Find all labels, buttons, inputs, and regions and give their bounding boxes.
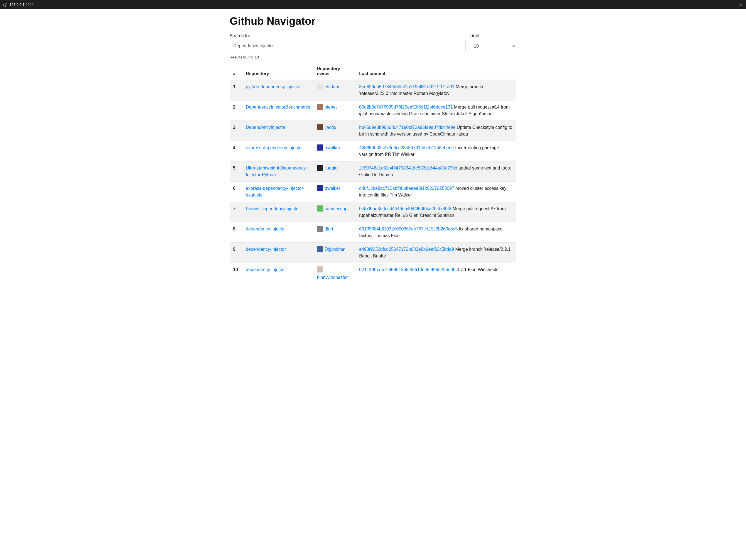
owner-link[interactable]: Digipolitan xyxy=(324,246,345,253)
owner-link[interactable]: FinnWinchester xyxy=(317,274,348,281)
owner-link[interactable]: trwalker xyxy=(324,185,340,192)
table-row: 6express-dependency-injector-exampletrwa… xyxy=(230,182,516,202)
row-commit-cell: 3ee629eb5d7349d55f41b119aff81dd219071a01… xyxy=(356,80,516,100)
row-commit-cell: 468856003c273dffce23b86791fbbe512a8ebede… xyxy=(356,141,516,161)
row-owner-cell: FinnWinchester xyxy=(313,263,356,285)
row-repository-cell: DependencyInjectorBenchmarks xyxy=(242,100,313,121)
bookmark-star-icon[interactable]: ☆ xyxy=(739,2,743,7)
row-commit-cell: 69105384b61032d000365ee737cd2523b260c8e5… xyxy=(356,223,516,243)
row-index: 2 xyxy=(230,100,242,121)
results-found-label: Results found: 10 xyxy=(230,55,516,59)
table-header-row: # Repository Repository owner Last commi… xyxy=(230,63,516,80)
row-commit-cell: 02111997e57c85801368f43a10d45f409e266e0b… xyxy=(356,263,516,285)
owner-link[interactable]: ljacqu xyxy=(324,124,336,131)
table-row: 3DependencyInjectorljacqubb45d9e3b986080… xyxy=(230,121,516,141)
search-label: Search for: xyxy=(230,33,466,38)
owner-link[interactable]: ets-labs xyxy=(324,84,340,90)
repository-link[interactable]: express-dependency-injector-example xyxy=(246,186,305,197)
row-index: 4 xyxy=(230,141,242,161)
owner-link[interactable]: sourcescript xyxy=(324,205,348,212)
col-header-commit: Last commit xyxy=(356,63,516,80)
row-commit-cell: 00d2b3c7e76935d76f25ee50f6d1f2ef6ddce131… xyxy=(356,100,516,121)
avatar xyxy=(317,266,323,272)
row-index: 10 xyxy=(230,263,242,285)
repository-link[interactable]: python-dependency-injector xyxy=(246,84,300,89)
avatar xyxy=(317,124,323,130)
owner-link[interactable]: liuggio xyxy=(324,165,337,172)
row-index: 3 xyxy=(230,121,242,141)
row-repository-cell: express-dependency-injector xyxy=(242,141,313,161)
repository-link[interactable]: LaravelDependencyInjector xyxy=(246,206,300,211)
row-index: 9 xyxy=(230,243,242,263)
commit-sha-link[interactable]: 69105384b61032d000365ee737cd2523b260c8e5 xyxy=(359,227,458,231)
row-owner-cell: tflori xyxy=(313,223,356,243)
search-column: Search for: xyxy=(230,33,466,51)
commit-sha-link[interactable]: 00d2b3c7e76935d76f25ee50f6d1f2ef6ddce131 xyxy=(359,105,453,109)
avatar xyxy=(317,144,323,151)
repository-link[interactable]: Ultra-Lightweight-Dependency-Injector-Py… xyxy=(246,166,307,177)
commit-sha-link[interactable]: e493f9032dfcd65047172b682e8b6eaf22c5bda9 xyxy=(359,247,454,252)
table-row: 8dependency-injectortflori69105384b61032… xyxy=(230,223,516,243)
table-row: 9dependency-injectorDigipolitane493f9032… xyxy=(230,243,516,263)
avatar xyxy=(317,84,323,90)
avatar xyxy=(317,205,323,211)
url-display: 127.0.0.1:5000 xyxy=(9,2,34,7)
table-row: 5Ultra-Lightweight-Dependency-Injector-P… xyxy=(230,161,516,182)
row-owner-cell: Digipolitan xyxy=(313,243,356,263)
row-index: 1 xyxy=(230,80,242,100)
search-row: Search for: Limit: 10 xyxy=(230,33,516,51)
table-row: 10dependency-injectorFinnWinchester02111… xyxy=(230,263,516,285)
row-commit-cell: e493f9032dfcd65047172b682e8b6eaf22c5bda9… xyxy=(356,243,516,263)
repository-link[interactable]: dependency-injector xyxy=(246,247,286,252)
repository-link[interactable]: DependencyInjector xyxy=(246,125,285,130)
main-container: Github Navigator Search for: Limit: 10 R… xyxy=(226,9,520,295)
table-row: 2DependencyInjectorBenchmarksstebet00d2b… xyxy=(230,100,516,121)
table-row: 4express-dependency-injectortrwalker4688… xyxy=(230,141,516,161)
row-owner-cell: liuggio xyxy=(313,161,356,182)
row-repository-cell: LaravelDependencyInjector xyxy=(242,202,313,223)
page-title: Github Navigator xyxy=(230,15,516,27)
row-owner-cell: sourcescript xyxy=(313,202,356,223)
col-header-index: # xyxy=(230,63,242,80)
commit-sha-link[interactable]: 02111997e57c85801368f43a10d45f409e266e0b xyxy=(359,267,455,272)
avatar xyxy=(317,226,323,232)
row-repository-cell: dependency-injector xyxy=(242,223,313,243)
avatar xyxy=(317,165,323,171)
repository-link[interactable]: express-dependency-injector xyxy=(246,145,303,150)
row-repository-cell: dependency-injector xyxy=(242,243,313,263)
owner-link[interactable]: tflori xyxy=(324,226,333,232)
table-row: 1python-dependency-injectorets-labs3ee62… xyxy=(230,80,516,100)
commit-sha-link[interactable]: 468856003c273dffce23b86791fbbe512a8ebede xyxy=(359,145,454,150)
row-repository-cell: dependency-injector xyxy=(242,263,313,285)
search-input[interactable] xyxy=(230,41,466,51)
row-owner-cell: ets-labs xyxy=(313,80,356,100)
repository-link[interactable]: dependency-injector xyxy=(246,267,286,272)
results-table: # Repository Repository owner Last commi… xyxy=(230,63,516,284)
row-index: 6 xyxy=(230,182,242,202)
avatar xyxy=(317,185,323,191)
row-repository-cell: DependencyInjector xyxy=(242,121,313,141)
browser-address-bar[interactable]: i 127.0.0.1:5000 ☆ xyxy=(0,0,746,9)
avatar xyxy=(317,246,323,252)
row-commit-cell: d48f13be8ac712abf80bbeeee5f120227d253097… xyxy=(356,182,516,202)
repository-link[interactable]: DependencyInjectorBenchmarks xyxy=(246,105,310,109)
commit-sha-link[interactable]: 0c67f6be8eddcd4449eb4044f5df0ca26f4740f8 xyxy=(359,206,451,211)
repository-link[interactable]: dependency-injector xyxy=(246,227,286,231)
url-host: 127.0.0.1 xyxy=(9,2,25,7)
col-header-owner: Repository owner xyxy=(313,63,356,80)
row-commit-cell: 2c30746c1a91b4947583416c833b1644a85c759d… xyxy=(356,161,516,182)
limit-select[interactable]: 10 xyxy=(469,41,516,51)
commit-sha-link[interactable]: d48f13be8ac712abf80bbeeee5f120227d253097 xyxy=(359,186,454,190)
commit-sha-link[interactable]: bb45d9e3b98608047190bf72a95fa9a37d8c4e9e xyxy=(359,125,455,130)
url-port: :5000 xyxy=(25,2,34,7)
row-repository-cell: python-dependency-injector xyxy=(242,80,313,100)
col-header-repository: Repository xyxy=(242,63,313,80)
row-owner-cell: trwalker xyxy=(313,182,356,202)
owner-link[interactable]: stebet xyxy=(324,104,337,111)
commit-sha-link[interactable]: 2c30746c1a91b4947583416c833b1644a85c759d xyxy=(359,166,457,170)
avatar xyxy=(317,104,323,110)
table-row: 7LaravelDependencyInjectorsourcescript0c… xyxy=(230,202,516,223)
commit-sha-link[interactable]: 3ee629eb5d7349d55f41b119aff81dd219071a01 xyxy=(359,84,454,89)
row-index: 7 xyxy=(230,202,242,223)
owner-link[interactable]: trwalker xyxy=(324,144,340,151)
